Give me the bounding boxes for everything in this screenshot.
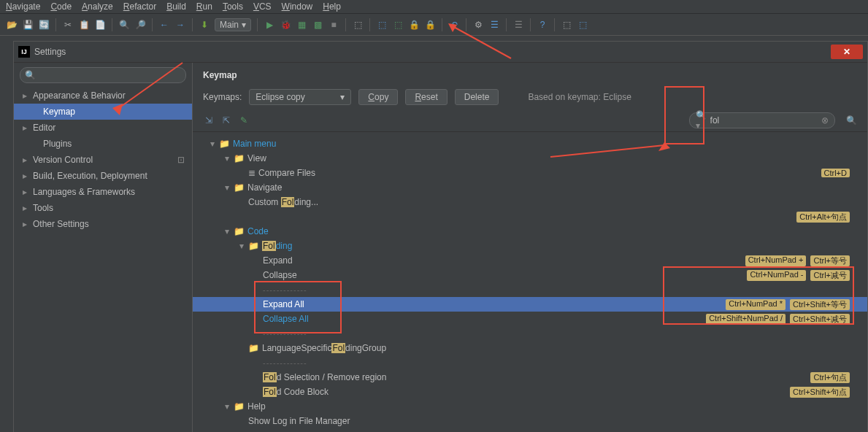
sidebar-search-input[interactable] — [39, 70, 181, 81]
menu-run[interactable]: Run — [196, 1, 212, 12]
sidebar-item-tools[interactable]: ▸Tools — [14, 200, 192, 216]
search-icon: 🔍 — [25, 70, 36, 80]
folder-icon: 📁 — [248, 241, 259, 251]
help-icon[interactable]: ? — [537, 19, 548, 31]
close-button[interactable]: ✕ — [831, 45, 863, 59]
expand-all-icon[interactable]: ⇲ — [203, 115, 215, 126]
tree-row[interactable]: ------------- — [193, 326, 867, 341]
menu-build[interactable]: Build — [166, 1, 186, 12]
profile-icon[interactable]: ▩ — [312, 19, 323, 31]
tree-label: Compare Files — [258, 168, 315, 178]
tree-row[interactable]: Custom Folding... — [193, 195, 867, 209]
tree-row[interactable]: CollapseCtrl+NumPad -Ctrl+减号 — [193, 268, 867, 282]
tree-row[interactable]: ------------- — [193, 282, 867, 297]
settings-icon[interactable]: ⚙ — [472, 19, 484, 31]
find-icon[interactable]: 🔍 — [118, 19, 130, 31]
keymaps-combo[interactable]: Eclipse copy ▾ — [249, 89, 351, 105]
keymap-search-input[interactable] — [710, 115, 821, 126]
tree-row[interactable]: ▾📁Folding — [193, 239, 867, 253]
tree-row[interactable]: Ctrl+Alt+句点 — [193, 209, 867, 224]
menu-help[interactable]: Help — [323, 1, 341, 12]
t1[interactable]: ⬚ — [352, 19, 364, 31]
clear-search-icon[interactable]: ⊗ — [821, 115, 829, 126]
sidebar-item-label: Languages & Frameworks — [33, 187, 135, 197]
sidebar-item-appearance-behavior[interactable]: ▸Appearance & Behavior — [14, 88, 192, 104]
tree-label: Fold Code Block — [263, 387, 329, 397]
folder-icon: 📁 — [248, 343, 259, 353]
structure-icon[interactable]: ☰ — [488, 19, 500, 31]
tree-row[interactable]: ≣Compare FilesCtrl+D — [193, 166, 867, 180]
t6[interactable]: ☰ — [512, 19, 524, 31]
sidebar-item-other-settings[interactable]: ▸Other Settings — [14, 216, 192, 232]
menu-window[interactable]: Window — [282, 1, 313, 12]
run-config-combo[interactable]: Main ▾ — [215, 18, 251, 31]
tree-row[interactable]: ExpandCtrl+NumPad +Ctrl+等号 — [193, 253, 867, 268]
tree-label: Folding — [262, 241, 292, 251]
delete-button[interactable]: Delete — [455, 89, 499, 105]
sidebar-item-languages-frameworks[interactable]: ▸Languages & Frameworks — [14, 184, 192, 200]
vcs-icon[interactable]: ⬇ — [199, 19, 210, 31]
sidebar-item-keymap[interactable]: Keymap — [14, 104, 192, 120]
tree-row[interactable]: ------------- — [193, 355, 867, 370]
sidebar-search[interactable]: 🔍 — [20, 67, 186, 83]
menu-vcs[interactable]: VCS — [253, 1, 272, 12]
tree-label: Code — [247, 226, 269, 236]
forward-icon[interactable]: → — [174, 19, 186, 31]
t8[interactable]: ⬚ — [577, 19, 588, 31]
shortcut-badge: Ctrl+减号 — [810, 270, 850, 281]
settings-titlebar: IJ Settings ✕ — [14, 42, 867, 63]
save-icon[interactable]: 💾 — [22, 19, 34, 31]
open-icon[interactable]: 📂 — [6, 19, 18, 31]
sidebar-item-plugins[interactable]: Plugins — [14, 136, 192, 152]
tree-row[interactable]: Expand AllCtrl+NumPad *Ctrl+Shift+等号 — [193, 297, 867, 312]
menu-refactor[interactable]: Refactor — [123, 1, 156, 12]
find-by-shortcut-icon[interactable]: 🔍 — [845, 115, 857, 126]
menu-code[interactable]: Code — [50, 1, 72, 12]
stop-icon[interactable]: ■ — [328, 19, 339, 31]
shortcut-badge: Ctrl+Shift+句点 — [790, 387, 850, 398]
keymap-search[interactable]: 🔍▾ ⊗ — [689, 112, 835, 128]
tree-row[interactable]: Fold Code BlockCtrl+Shift+句点 — [193, 385, 867, 399]
tree-row[interactable]: 📁LanguageSpecificFoldingGroup — [193, 341, 867, 355]
keymaps-label: Keymaps: — [203, 92, 242, 102]
copy-button[interactable]: Copy — [358, 89, 398, 105]
tree-row[interactable]: Show Log in File Manager — [193, 414, 867, 428]
copy-icon[interactable]: 📋 — [78, 19, 90, 31]
paste-icon[interactable]: 📄 — [94, 19, 106, 31]
back-icon[interactable]: ← — [158, 19, 170, 31]
tree-row[interactable]: Fold Selection / Remove regionCtrl+句点 — [193, 370, 867, 385]
keymap-tree[interactable]: ▾📁Main menu▾📁View≣Compare FilesCtrl+D▾📁N… — [193, 132, 867, 432]
tree-row[interactable]: ▾📁Help — [193, 399, 867, 414]
menu-navigate[interactable]: Navigate — [6, 1, 40, 12]
t5[interactable]: 🔒 — [424, 19, 436, 31]
sidebar-item-version-control[interactable]: ▸Version Control⊡ — [14, 152, 192, 168]
run-icon[interactable]: ▶ — [264, 19, 275, 31]
t4[interactable]: 🔒 — [408, 19, 420, 31]
edit-icon[interactable]: ✎ — [238, 115, 250, 126]
compare-icon: ≣ — [248, 168, 256, 178]
replace-icon[interactable]: 🔎 — [134, 19, 146, 31]
tree-row[interactable]: ▾📁Navigate — [193, 180, 867, 195]
reset-button[interactable]: Reset — [405, 89, 447, 105]
sidebar-item-build-execution-deployment[interactable]: ▸Build, Execution, Deployment — [14, 168, 192, 184]
collapse-all-icon[interactable]: ⇱ — [220, 115, 232, 126]
caret-icon: ▸ — [21, 123, 28, 133]
debug-icon[interactable]: 🐞 — [280, 19, 291, 31]
cut-icon[interactable]: ✂ — [62, 19, 74, 31]
menu-analyze[interactable]: Analyze — [82, 1, 113, 12]
t7[interactable]: ⬚ — [561, 19, 572, 31]
sidebar-item-editor[interactable]: ▸Editor — [14, 120, 192, 136]
app-menubar: NavigateCodeAnalyzeRefactorBuildRunTools… — [0, 0, 868, 14]
refresh-icon[interactable]: 🔄 — [38, 19, 50, 31]
tree-row[interactable]: ▾📁Code — [193, 224, 867, 239]
t3[interactable]: ⬚ — [392, 19, 404, 31]
shortcuts: Ctrl+Shift+句点 — [790, 387, 850, 398]
run-config-label: Main — [220, 20, 239, 30]
tree-row[interactable]: ▾📁View — [193, 151, 867, 166]
undo-icon[interactable]: ↶ — [448, 19, 460, 31]
menu-tools[interactable]: Tools — [223, 1, 243, 12]
tree-row[interactable]: ▾📁Main menu — [193, 136, 867, 151]
coverage-icon[interactable]: ▦ — [296, 19, 307, 31]
tree-row[interactable]: Collapse AllCtrl+Shift+NumPad /Ctrl+Shif… — [193, 312, 867, 326]
t2[interactable]: ⬚ — [376, 19, 388, 31]
